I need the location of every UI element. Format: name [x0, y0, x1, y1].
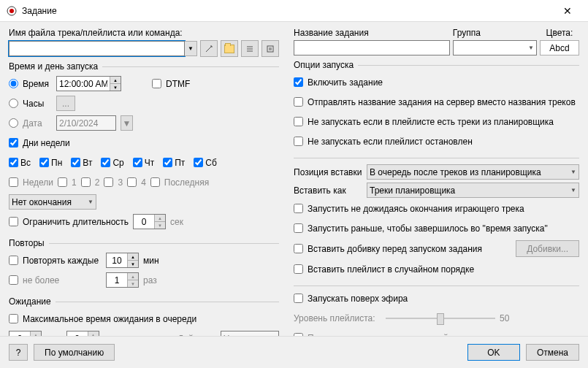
enable-task-checkbox[interactable]	[294, 77, 303, 87]
filename-input[interactable]	[9, 41, 185, 56]
time-value-input[interactable]	[57, 77, 110, 91]
date-combo: 2/10/2024	[56, 115, 116, 131]
window-title: Задание	[22, 6, 553, 16]
filename-dropdown-arrow[interactable]: ▼	[185, 41, 197, 56]
jingles-button: Добивки...	[516, 240, 579, 257]
level-value: 50	[500, 313, 509, 323]
shuffle-checkbox[interactable]	[294, 264, 303, 274]
spin-down[interactable]: ▼	[110, 84, 121, 91]
week-4	[127, 177, 137, 187]
time-radio[interactable]	[9, 79, 18, 88]
date-radio-label: Дата	[23, 118, 52, 129]
wizard-button[interactable]	[200, 40, 218, 57]
day-sat[interactable]	[194, 158, 203, 167]
sec-label: сек	[170, 217, 183, 227]
limit-duration-checkbox[interactable]	[9, 217, 18, 226]
hours-radio[interactable]	[9, 99, 18, 108]
launch-legend: Опции запуска	[294, 60, 358, 70]
hours-button[interactable]: ...	[56, 96, 75, 111]
close-button[interactable]: ✕	[553, 0, 582, 22]
max-wait-checkbox[interactable]	[9, 314, 18, 323]
dow-label: Дни недели	[23, 138, 70, 148]
time-group-legend: Время и день запуска	[9, 61, 102, 72]
help-button[interactable]: ?	[9, 344, 28, 361]
times-label: раз	[143, 275, 157, 285]
time-radio-label: Время	[23, 79, 52, 89]
repeat-every-spinner[interactable]: ▲▼	[106, 253, 139, 268]
over-air-checkbox[interactable]	[294, 294, 303, 303]
dow-checkbox[interactable]	[9, 138, 18, 147]
limit-duration-label: Ограничить длительность	[23, 217, 129, 227]
insert-pos-label: Позиция вставки	[294, 167, 364, 177]
repeat-every-checkbox[interactable]	[9, 256, 18, 265]
task-name-label: Название задания	[294, 28, 450, 38]
day-thu[interactable]	[133, 158, 142, 167]
date-dropdown: ▼	[121, 115, 133, 131]
group-label: Группа	[453, 28, 537, 38]
ending-value: Нет окончания	[12, 197, 72, 207]
ok-button[interactable]: OK	[467, 344, 520, 361]
week-3	[104, 177, 113, 187]
hours-radio-label: Часы	[23, 99, 52, 109]
dtmf-label: DTMF	[166, 79, 190, 89]
colors-label: Цвета:	[540, 28, 579, 38]
week-2	[81, 177, 91, 187]
dtmf-checkbox[interactable]	[152, 79, 161, 88]
no-run-stopped-checkbox[interactable]	[294, 137, 303, 146]
day-mon[interactable]	[39, 158, 49, 167]
filename-label: Имя файла трека/плейлиста или команда:	[9, 28, 279, 38]
wait-legend: Ожидание	[9, 296, 56, 307]
max-wait-label: Максимальное время ожидания в очереди	[23, 314, 196, 324]
ending-combo[interactable]: Нет окончания▼	[9, 194, 96, 210]
insert-as-combo[interactable]: Треки планировщика▼	[367, 183, 579, 198]
day-tue[interactable]	[71, 158, 80, 167]
day-fri[interactable]	[163, 158, 172, 167]
date-radio[interactable]	[9, 118, 18, 128]
folder-icon	[224, 45, 234, 53]
svg-rect-2	[267, 46, 273, 52]
list-button-1[interactable]	[241, 40, 259, 57]
date-value: 2/10/2024	[59, 118, 98, 129]
repeat-every-value[interactable]	[107, 253, 127, 267]
repeat-every-label: Повторять каждые	[23, 256, 102, 266]
repeat-legend: Повторы	[9, 238, 49, 248]
insert-as-label: Вставить как	[294, 185, 364, 196]
send-name-checkbox[interactable]	[294, 97, 303, 107]
level-label: Уровень плейлиста:	[294, 313, 381, 323]
weeks-label: Недели	[23, 177, 53, 188]
limit-duration-spinner: ▲▼	[133, 214, 166, 229]
no-more-value	[107, 273, 127, 287]
group-combo[interactable]: ▼	[453, 40, 537, 55]
defaults-button[interactable]: По умолчанию	[34, 344, 115, 361]
week-1	[58, 177, 67, 187]
day-wed[interactable]	[101, 158, 110, 167]
run-no-wait-checkbox[interactable]	[294, 204, 303, 213]
level-slider	[386, 311, 495, 326]
spin-up[interactable]: ▲	[110, 77, 121, 84]
day-sun[interactable]	[9, 158, 18, 167]
week-last	[150, 177, 160, 187]
app-icon	[6, 5, 18, 17]
time-spinner[interactable]: ▲▼	[56, 76, 121, 91]
no-more-checkbox[interactable]	[9, 275, 18, 285]
cancel-button[interactable]: Отмена	[526, 344, 579, 361]
min-label: мин	[143, 256, 159, 266]
no-more-label: не более	[23, 275, 102, 285]
insert-pos-combo[interactable]: В очередь после треков из планировщика▼	[367, 164, 579, 180]
run-earlier-checkbox[interactable]	[294, 223, 303, 233]
browse-button[interactable]	[221, 40, 238, 57]
colors-button[interactable]: Abcd	[540, 40, 579, 55]
weeks-checkbox[interactable]	[9, 177, 18, 187]
svg-point-1	[9, 9, 14, 13]
list-button-2[interactable]	[261, 40, 279, 57]
no-run-tracks-checkbox[interactable]	[294, 117, 303, 126]
task-name-input[interactable]	[294, 40, 450, 55]
limit-duration-value	[134, 215, 154, 229]
insert-jingle-checkbox[interactable]	[294, 244, 303, 253]
no-more-spinner: ▲▼	[106, 272, 139, 288]
